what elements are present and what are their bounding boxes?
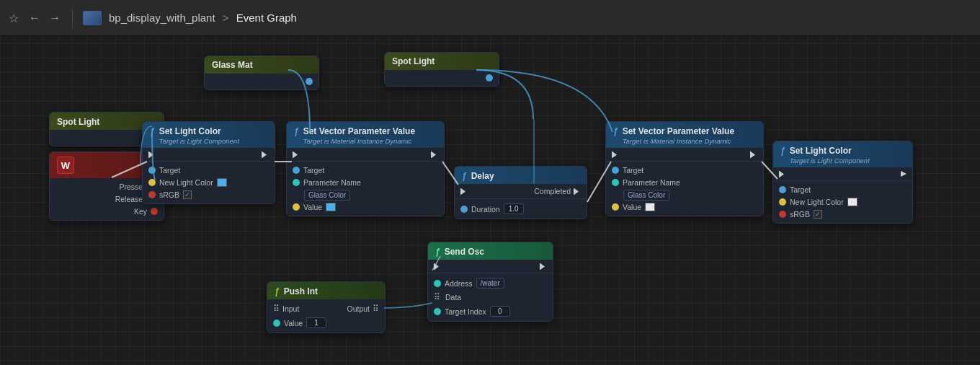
node-title: Push Int: [284, 286, 318, 296]
address-value[interactable]: /water: [476, 278, 504, 289]
exec-row: Completed: [455, 184, 587, 199]
value-pin[interactable]: [293, 203, 300, 211]
exec-in-pin[interactable]: [779, 170, 786, 177]
value-label: Value: [303, 203, 322, 211]
target-pin[interactable]: [293, 167, 300, 174]
breadcrumb-project[interactable]: bp_display_with_plant: [109, 12, 215, 24]
node-title: Set Vector Parameter Value: [623, 126, 734, 136]
exec-in-pin[interactable]: [612, 151, 619, 158]
duration-label: Duration: [471, 205, 500, 214]
data-pin-row: ⠿ Data: [434, 292, 547, 302]
send-osc-node[interactable]: ƒ Send Osc Address /water ⠿ Data Target …: [427, 242, 553, 322]
key-pin[interactable]: [151, 208, 158, 215]
forward-button[interactable]: →: [49, 12, 62, 25]
param-value-tag: Glass Color: [304, 190, 350, 201]
set-vector-param-1-node[interactable]: ƒ Set Vector Parameter Value Target is M…: [286, 121, 445, 216]
param-name-pin[interactable]: [293, 179, 300, 186]
target-label: Target: [623, 166, 643, 175]
data-label: Data: [445, 293, 461, 302]
push-int-node[interactable]: ƒ Push Int ⠿ Input Output ⠿ Value 1: [267, 281, 386, 333]
exec-row: [287, 148, 444, 162]
func-icon: ƒ: [150, 126, 155, 136]
new-light-color-pin[interactable]: [148, 179, 156, 186]
output-pin-row: [210, 78, 313, 85]
target-label: Target: [159, 166, 180, 175]
address-pin[interactable]: [434, 280, 441, 287]
srgb-pin[interactable]: [779, 211, 786, 218]
srgb-checkbox[interactable]: [183, 190, 192, 199]
srgb-pin-row: sRGB: [779, 210, 906, 219]
target-pin-row: Target: [779, 185, 906, 194]
output-pin-row: [391, 74, 493, 82]
target-pin[interactable]: [148, 167, 156, 174]
exec-row: [773, 167, 912, 181]
io-pin-row: ⠿ Input Output ⠿: [273, 304, 379, 314]
value-pin-row: Value: [612, 203, 757, 211]
value-swatch-white[interactable]: [645, 203, 655, 211]
spot-light-top-node[interactable]: Spot Light: [384, 52, 499, 87]
node-subtitle: Target is Material Instance Dynamic: [303, 137, 415, 145]
exec-in-pin[interactable]: [293, 151, 300, 158]
duration-pin-row: Duration 1.0: [460, 203, 581, 214]
node-title: Spot Light: [392, 56, 435, 66]
srgb-pin-row: sRGB: [148, 190, 269, 199]
glass-mat-node[interactable]: Glass Mat: [204, 56, 319, 90]
output-pin[interactable]: [486, 74, 493, 82]
breadcrumb-current: Event Graph: [236, 12, 297, 24]
set-light-color-1-node[interactable]: ƒ Set Light Color Target is Light Compon…: [142, 121, 275, 204]
target-index-value[interactable]: 0: [490, 306, 510, 317]
target-index-label: Target Index: [445, 307, 486, 316]
exec-out-pin[interactable]: [431, 151, 438, 158]
back-button[interactable]: ←: [29, 12, 42, 25]
target-index-pin[interactable]: [434, 308, 441, 315]
value-pin[interactable]: [273, 320, 280, 327]
new-light-color-label: New Light Color: [159, 178, 213, 187]
duration-pin[interactable]: [460, 206, 468, 213]
blueprint-icon: [83, 11, 102, 25]
exec-row: [606, 148, 763, 162]
topbar: ☆ ← → bp_display_with_plant > Event Grap…: [0, 0, 980, 36]
set-vector-param-2-node[interactable]: ƒ Set Vector Parameter Value Target is M…: [605, 121, 764, 216]
srgb-pin[interactable]: [148, 191, 156, 198]
address-pin-row: Address /water: [434, 278, 547, 289]
exec-out-pin[interactable]: [540, 263, 547, 270]
completed-pin[interactable]: [574, 188, 581, 195]
exec-out-pin[interactable]: [750, 151, 757, 158]
exec-in-pin[interactable]: [434, 263, 441, 270]
value-field[interactable]: 1: [306, 317, 326, 328]
param-name-row: Parameter Name: [612, 178, 757, 187]
set-light-color-2-node[interactable]: ƒ Set Light Color Target is Light Compon…: [772, 141, 913, 224]
exec-in-pin[interactable]: [460, 188, 468, 195]
param-name-pin[interactable]: [612, 179, 619, 186]
color-swatch-blue[interactable]: [217, 178, 227, 187]
color-swatch-white[interactable]: [847, 198, 858, 206]
key-pin-row: Key: [55, 207, 158, 216]
new-light-color-pin-row: New Light Color: [779, 198, 906, 206]
exec-in-pin[interactable]: [148, 151, 156, 158]
exec-out-arrow[interactable]: [901, 171, 906, 177]
data-icon: ⠿: [434, 292, 440, 302]
new-light-color-label: New Light Color: [790, 198, 844, 206]
node-subtitle: Target is Material Instance Dynamic: [623, 137, 734, 145]
srgb-label: sRGB: [159, 190, 179, 199]
exec-out-pin[interactable]: [262, 151, 269, 158]
target-label: Target: [303, 166, 324, 175]
delay-node[interactable]: ƒ Delay Completed Duration 1.0: [454, 166, 587, 219]
value-pin[interactable]: [612, 203, 619, 211]
func-icon: ƒ: [294, 126, 299, 136]
target-pin[interactable]: [612, 167, 619, 174]
value-swatch[interactable]: [326, 203, 336, 211]
srgb-checkbox[interactable]: [814, 210, 822, 219]
new-light-color-pin[interactable]: [779, 198, 786, 206]
key-icon: W: [57, 157, 74, 174]
duration-value[interactable]: 1.0: [504, 203, 524, 214]
output-pin[interactable]: [306, 78, 313, 85]
value-label: Value: [284, 319, 303, 327]
func-icon: ƒ: [613, 126, 618, 136]
breadcrumb-separator: >: [223, 12, 232, 24]
node-title: Set Vector Parameter Value: [303, 126, 415, 136]
bookmark-icon[interactable]: ☆: [9, 12, 22, 25]
target-pin[interactable]: [779, 186, 786, 193]
node-title: Send Osc: [445, 247, 484, 257]
node-title: Set Light Color: [790, 146, 870, 156]
